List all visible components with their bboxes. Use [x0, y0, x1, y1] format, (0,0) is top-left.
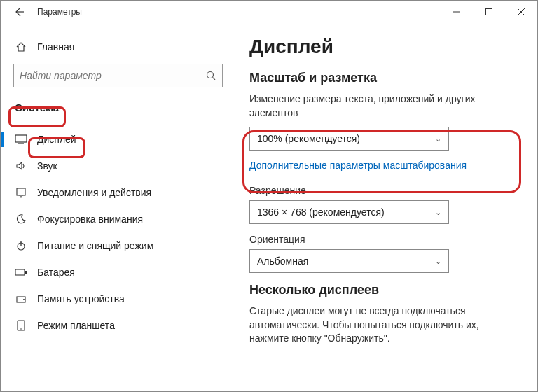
- svg-point-4: [207, 72, 214, 78]
- sidebar-item-label: Режим планшета: [37, 320, 115, 331]
- sidebar-item-label: Питание и спящий режим: [37, 240, 153, 251]
- sound-icon: [15, 160, 27, 172]
- sidebar-item-storage[interactable]: Память устройства: [1, 286, 235, 312]
- orientation-label: Ориентация: [249, 234, 516, 245]
- chevron-down-icon: ⌄: [435, 208, 441, 217]
- sidebar-item-sound[interactable]: Звук: [1, 153, 235, 179]
- chevron-down-icon: ⌄: [435, 257, 441, 266]
- notification-icon: [15, 187, 27, 198]
- sidebar-item-label: Фокусировка внимания: [37, 214, 143, 225]
- sidebar: Главная Система Дисплей Звук: [1, 23, 235, 391]
- window-controls: [441, 1, 537, 23]
- multi-description: Старые дисплеи могут не всегда подключат…: [249, 304, 516, 346]
- sidebar-item-power[interactable]: Питание и спящий режим: [1, 232, 235, 259]
- battery-icon: [15, 268, 27, 276]
- sidebar-item-label: Уведомления и действия: [37, 187, 151, 198]
- home-label: Главная: [37, 41, 74, 52]
- section-heading-system: Система: [6, 96, 67, 119]
- home-link[interactable]: Главная: [1, 36, 235, 61]
- scale-value: 100% (рекомендуется): [257, 133, 360, 144]
- minimize-button[interactable]: [441, 1, 473, 23]
- chevron-down-icon: ⌄: [435, 134, 441, 144]
- svg-rect-12: [25, 271, 27, 274]
- window-title: Параметры: [37, 7, 82, 17]
- moon-icon: [15, 214, 27, 225]
- sidebar-item-label: Память устройства: [37, 293, 125, 304]
- sidebar-item-battery[interactable]: Батарея: [1, 259, 235, 286]
- content-area: Дисплей Масштаб и разметка Изменение раз…: [235, 23, 537, 391]
- sidebar-item-label: Батарея: [37, 267, 75, 278]
- orientation-dropdown[interactable]: Альбомная ⌄: [249, 249, 449, 273]
- sidebar-item-display[interactable]: Дисплей: [1, 126, 235, 153]
- resolution-value: 1366 × 768 (рекомендуется): [257, 206, 385, 218]
- sidebar-item-tablet[interactable]: Режим планшета: [1, 312, 235, 339]
- orientation-value: Альбомная: [257, 255, 308, 267]
- scale-description: Изменение размера текста, приложений и д…: [249, 92, 516, 120]
- scale-dropdown[interactable]: 100% (рекомендуется) ⌄: [249, 127, 449, 150]
- sidebar-item-label: Дисплей: [37, 134, 76, 145]
- power-icon: [15, 240, 27, 251]
- display-icon: [15, 134, 27, 144]
- svg-rect-8: [17, 188, 25, 195]
- svg-point-16: [20, 328, 22, 330]
- close-button[interactable]: [505, 1, 537, 23]
- search-icon: [205, 70, 216, 81]
- svg-rect-6: [15, 135, 27, 142]
- back-button[interactable]: [13, 6, 25, 18]
- sidebar-item-label: Звук: [37, 160, 57, 172]
- sidebar-item-focus[interactable]: Фокусировка внимания: [1, 206, 235, 232]
- svg-point-14: [23, 299, 25, 300]
- section-multiple-displays: Несколько дисплеев: [249, 283, 516, 298]
- home-icon: [15, 41, 27, 52]
- page-title: Дисплей: [249, 36, 516, 58]
- titlebar: Параметры: [1, 1, 537, 23]
- resolution-dropdown[interactable]: 1366 × 768 (рекомендуется) ⌄: [249, 200, 449, 224]
- svg-rect-1: [486, 9, 492, 15]
- section-scale: Масштаб и разметка: [249, 71, 516, 85]
- svg-rect-11: [15, 270, 25, 275]
- search-input[interactable]: [20, 70, 205, 81]
- sidebar-item-notifications[interactable]: Уведомления и действия: [1, 179, 235, 206]
- advanced-scaling-link[interactable]: Дополнительные параметры масштабирования: [249, 160, 467, 171]
- tablet-icon: [15, 320, 27, 331]
- resolution-label: Разрешение: [249, 185, 516, 196]
- svg-line-5: [213, 78, 216, 80]
- search-box[interactable]: [13, 64, 223, 88]
- storage-icon: [15, 293, 27, 304]
- maximize-button[interactable]: [473, 1, 505, 23]
